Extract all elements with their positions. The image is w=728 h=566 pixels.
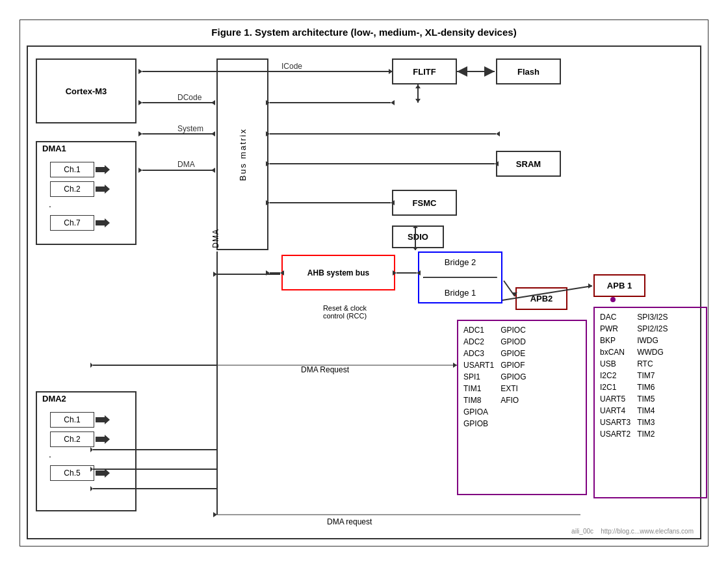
svg-marker-31 <box>496 131 500 136</box>
svg-text:ICode: ICode <box>281 62 302 71</box>
dma1-ch1: Ch.1 <box>50 162 94 177</box>
apb1-col2: SPI3/I2S SPI2/I2S IWDG WWDG RTC TIM7 TIM… <box>637 311 668 440</box>
cortex-label: Cortex-M3 <box>66 86 107 96</box>
ahb-bus-box: AHB system bus <box>281 255 395 290</box>
svg-marker-59 <box>90 363 93 368</box>
bridge2-label: Bridge 2 <box>445 257 476 267</box>
dma2-box: DMA2 Ch.1 Ch.2 · Ch.5 <box>36 391 136 511</box>
apb1-col1: DAC PWR BKP bxCAN USB I2C2 I2C1 UART5 UA… <box>600 311 630 440</box>
apb2-col2: GPIOC GPIOD GPIOE GPIOF GPIOG EXTI AFIO <box>500 324 526 430</box>
apb2-label: APB2 <box>530 294 553 303</box>
watermark: aili_00c http://blog.c...www.elecfans.co… <box>571 528 694 535</box>
dma1-box: DMA1 Ch.1 Ch.2 · Ch.7 <box>36 141 136 245</box>
svg-marker-42 <box>415 84 421 88</box>
svg-marker-0 <box>96 165 110 174</box>
rcc-box: Reset & clockcontrol (RCC) <box>301 297 389 326</box>
diagram-container: Figure 1. System architecture (low-, med… <box>20 19 708 547</box>
cortex-box: Cortex-M3 <box>36 58 136 123</box>
svg-marker-41 <box>415 99 421 103</box>
fsmc-box: FSMC <box>392 190 457 216</box>
svg-marker-5 <box>96 469 110 478</box>
dma2-channels: Ch.1 Ch.2 · Ch.5 <box>37 412 110 481</box>
svg-marker-69 <box>213 512 217 517</box>
svg-line-70 <box>504 281 515 296</box>
svg-marker-21 <box>211 100 215 105</box>
svg-marker-1 <box>96 185 110 194</box>
apb2-box: APB2 <box>515 287 567 310</box>
purple-dot <box>610 297 616 302</box>
sdio-box: SDIO <box>392 225 444 248</box>
svg-marker-34 <box>138 168 142 173</box>
dma1-ch7: Ch.7 <box>50 215 94 231</box>
sram-label: SRAM <box>516 159 541 169</box>
main-box: Cortex-M3 DMA1 Ch.1 Ch.2 · Ch.7 <box>27 45 701 539</box>
bridge1-label: Bridge 1 <box>445 288 476 298</box>
apb2-peripherals: ADC1 ADC2 ADC3 USART1 SPI1 TIM1 TIM8 GPI… <box>457 320 587 495</box>
diagram-title: Figure 1. System architecture (low-, med… <box>27 27 701 38</box>
svg-marker-2 <box>96 218 110 227</box>
svg-marker-20 <box>138 100 142 105</box>
sdio-label: SDIO <box>408 232 428 242</box>
apb2-col1: ADC1 ADC2 ADC3 USART1 SPI1 TIM1 TIM8 GPI… <box>463 324 494 430</box>
dma1-label: DMA1 <box>42 144 66 153</box>
svg-marker-35 <box>211 168 215 173</box>
dma2-ch2: Ch.2 <box>50 431 94 447</box>
bus-matrix-box: Bus matrix <box>216 58 268 250</box>
dma-request2-label: DMA request <box>327 517 372 526</box>
dma1-ch2: Ch.2 <box>50 181 94 197</box>
dma-request-label: DMA Request <box>301 365 349 374</box>
svg-marker-28 <box>211 131 215 136</box>
bridge-box: Bridge 2 Bridge 1 <box>418 251 502 303</box>
rcc-label: Reset & clockcontrol (RCC) <box>323 304 367 320</box>
svg-marker-73 <box>588 283 592 289</box>
dma1-dots: · <box>49 201 110 211</box>
apb1-peripherals: DAC PWR BKP bxCAN USB I2C2 I2C1 UART5 UA… <box>593 307 707 498</box>
flash-box: Flash <box>496 58 561 84</box>
svg-marker-3 <box>96 415 110 424</box>
svg-text:DMA: DMA <box>177 160 195 169</box>
svg-marker-57 <box>213 272 217 277</box>
dma1-channels: Ch.1 Ch.2 · Ch.7 <box>37 162 110 231</box>
svg-marker-27 <box>138 131 142 136</box>
fsmc-label: FSMC <box>413 198 437 208</box>
dma2-ch5: Ch.5 <box>50 465 94 481</box>
flash-label: Flash <box>517 67 540 77</box>
svg-marker-13 <box>138 69 142 74</box>
dma2-dots: · <box>49 451 110 461</box>
svg-marker-24 <box>391 100 395 105</box>
svg-marker-50 <box>266 270 270 276</box>
svg-marker-4 <box>96 435 110 444</box>
flitf-box: FLITF <box>392 58 457 84</box>
bus-matrix-label: Bus matrix <box>238 128 248 181</box>
dma2-ch1: Ch.1 <box>50 412 94 428</box>
dma-vertical-label: DMA <box>211 229 220 248</box>
apb1-box: APB 1 <box>593 274 645 297</box>
ahb-bus-label: AHB system bus <box>307 268 369 277</box>
svg-text:System: System <box>177 124 203 133</box>
apb1-label: APB 1 <box>607 281 632 290</box>
flitf-label: FLITF <box>413 67 436 77</box>
dma2-label: DMA2 <box>42 394 66 404</box>
svg-text:DCode: DCode <box>177 93 202 102</box>
sram-box: SRAM <box>496 151 561 177</box>
